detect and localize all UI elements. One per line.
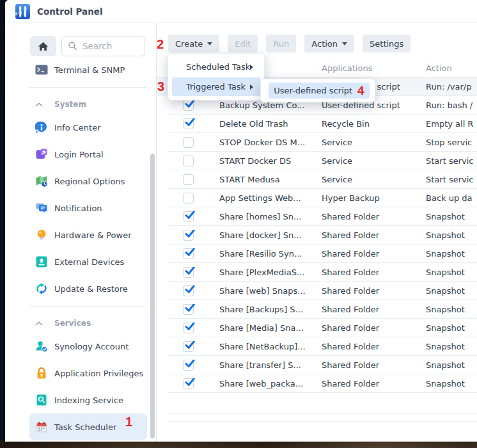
sidebar-item[interactable]: Application Privileges bbox=[29, 360, 147, 387]
application-cell: Recycle Bin bbox=[317, 119, 415, 129]
row-checkbox[interactable] bbox=[183, 323, 194, 333]
create-menu: Scheduled Task Triggered Task bbox=[168, 53, 265, 100]
submenu-arrow-icon bbox=[250, 65, 253, 70]
chevron-up-icon bbox=[35, 321, 48, 326]
sidebar-item-label: Info Center bbox=[54, 123, 101, 132]
row-checkbox[interactable] bbox=[183, 174, 194, 185]
run-button[interactable]: Run bbox=[266, 35, 296, 52]
row-checkbox[interactable] bbox=[183, 118, 194, 129]
table-row[interactable]: Share [NetBackup]... Shared Folder Snaps… bbox=[157, 337, 477, 356]
sidebar: Terminal & SNMP Sys bbox=[5, 23, 156, 442]
sidebar-item[interactable]: Login Portal bbox=[29, 141, 147, 168]
sidebar-item-label: Services bbox=[54, 319, 91, 328]
empty-row-line bbox=[168, 421, 477, 422]
row-checkbox[interactable] bbox=[183, 137, 194, 148]
row-checkbox[interactable] bbox=[183, 341, 194, 352]
action-cell: Snapshot bbox=[415, 230, 477, 240]
submenu-item[interactable]: User-defined script 4 bbox=[269, 83, 370, 99]
task-name-cell: Share [web] Snaps... bbox=[211, 286, 317, 296]
table-row[interactable]: Share [Media] Sna... Shared Folder Snaps… bbox=[157, 319, 477, 337]
task-name-cell: START Medusa bbox=[211, 175, 317, 184]
sidebar-item[interactable]: Synology Account bbox=[29, 333, 147, 360]
action-cell: Snapshot bbox=[415, 212, 477, 221]
sidebar-item[interactable]: Terminal & SNMP bbox=[29, 56, 147, 83]
action-cell: Snapshot bbox=[415, 286, 477, 296]
column-separator bbox=[426, 62, 427, 74]
row-checkbox[interactable] bbox=[183, 360, 194, 371]
action-cell: Run: bash / bbox=[415, 100, 477, 110]
row-checkbox[interactable] bbox=[183, 285, 194, 296]
application-cell: Hyper Backup bbox=[317, 193, 415, 203]
search-box[interactable] bbox=[61, 36, 145, 56]
action-cell: Run: /var/p bbox=[415, 82, 477, 92]
task-name-cell: Share [Backups] S... bbox=[211, 305, 317, 314]
sidebar-item[interactable]: External Devices bbox=[29, 248, 147, 275]
sidebar-item[interactable]: Regional Options bbox=[29, 168, 147, 195]
sidebar-item-label: Application Privileges bbox=[54, 369, 143, 378]
info-center-icon bbox=[35, 121, 48, 134]
application-cell: Shared Folder bbox=[317, 249, 415, 259]
action-cell: Back up da bbox=[415, 193, 477, 203]
table-row[interactable]: Share [transfer] S... Shared Folder Snap… bbox=[157, 356, 477, 374]
column-separator bbox=[329, 62, 329, 74]
row-checkbox[interactable] bbox=[183, 100, 194, 111]
application-cell: Shared Folder bbox=[317, 305, 415, 314]
application-cell: Service bbox=[317, 138, 415, 147]
table-row[interactable]: Share [homes] Sn... Shared Folder Snapsh… bbox=[157, 207, 477, 226]
row-checkbox[interactable] bbox=[183, 211, 194, 222]
settings-button[interactable]: Settings bbox=[363, 35, 411, 52]
terminal-icon bbox=[35, 63, 48, 76]
row-checkbox[interactable] bbox=[183, 230, 194, 241]
sidebar-item[interactable]: Notification bbox=[29, 195, 147, 221]
sidebar-item[interactable]: Indexing Service bbox=[29, 387, 147, 413]
application-cell: Shared Folder bbox=[317, 323, 415, 333]
sidebar-item[interactable] bbox=[5, 87, 156, 95]
row-checkbox[interactable] bbox=[183, 304, 194, 315]
row-checkbox[interactable] bbox=[183, 156, 194, 166]
table-row[interactable]: Share [Backups] S... Shared Folder Snaps… bbox=[157, 300, 477, 319]
row-checkbox[interactable] bbox=[183, 193, 194, 204]
create-button[interactable]: Create bbox=[168, 35, 219, 52]
table-row[interactable]: Share [docker] Sn... Shared Folder Snaps… bbox=[157, 226, 477, 244]
task-name-cell: Share [PlexMediaS... bbox=[211, 268, 317, 277]
sidebar-scrollbar[interactable] bbox=[150, 154, 155, 438]
column-header-applications[interactable]: Applications bbox=[317, 63, 415, 73]
task-name-cell: Share [transfer] S... bbox=[211, 360, 317, 370]
row-checkbox[interactable] bbox=[183, 248, 194, 259]
table-row[interactable]: STOP Docker DS M... Service Stop servic bbox=[157, 133, 477, 152]
empty-row-line bbox=[168, 413, 477, 414]
regional-options-icon bbox=[35, 175, 48, 188]
create-menu-item[interactable]: Triggered Task bbox=[172, 77, 260, 96]
table-row[interactable]: Share [web] Snaps... Shared Folder Snaps… bbox=[157, 282, 477, 300]
annotation-2: 2 bbox=[157, 38, 164, 51]
column-header-action[interactable]: Action bbox=[415, 63, 477, 73]
table-row[interactable]: START Docker DS Service Start servic bbox=[157, 152, 477, 170]
sidebar-item[interactable]: Update & Restore bbox=[29, 275, 147, 302]
application-cell: Shared Folder bbox=[317, 268, 415, 277]
action-button[interactable]: Action bbox=[304, 35, 354, 52]
table-row[interactable]: Delete Old Trash Recycle Bin Empty all R bbox=[157, 115, 477, 133]
create-menu-item[interactable]: Scheduled Task bbox=[172, 58, 260, 76]
sidebar-item[interactable]: Services bbox=[29, 314, 147, 333]
table-row[interactable]: Share [Resilio Syn... Shared Folder Snap… bbox=[157, 244, 477, 263]
action-cell: Empty all R bbox=[415, 119, 477, 129]
task-name-cell: Share [Resilio Syn... bbox=[211, 249, 317, 259]
edit-button[interactable]: Edit bbox=[228, 35, 258, 52]
sidebar-item-label: Synology Account bbox=[54, 342, 129, 351]
sidebar-item[interactable]: Info Center bbox=[29, 114, 147, 141]
table-row[interactable]: Share [web_packa... Shared Folder Snapsh… bbox=[157, 374, 477, 393]
application-privileges-icon bbox=[35, 367, 48, 380]
sidebar-item[interactable]: Hardware & Power bbox=[29, 221, 147, 248]
table-row[interactable]: Share [PlexMediaS... Shared Folder Snaps… bbox=[157, 263, 477, 282]
table-row[interactable]: START Medusa Service Start servic bbox=[157, 170, 477, 189]
sidebar-item[interactable] bbox=[5, 306, 156, 314]
row-checkbox[interactable] bbox=[183, 267, 194, 278]
task-name-cell: Share [docker] Sn... bbox=[211, 230, 317, 240]
table-row[interactable]: App Settings Web... Hyper Backup Back up… bbox=[157, 189, 477, 207]
sidebar-item[interactable]: System bbox=[29, 95, 147, 114]
home-button[interactable] bbox=[30, 36, 56, 56]
row-checkbox[interactable] bbox=[183, 378, 194, 389]
sidebar-search-row bbox=[5, 23, 156, 56]
sidebar-item-label: External Devices bbox=[54, 257, 124, 267]
action-cell: Stop servic bbox=[415, 138, 477, 147]
